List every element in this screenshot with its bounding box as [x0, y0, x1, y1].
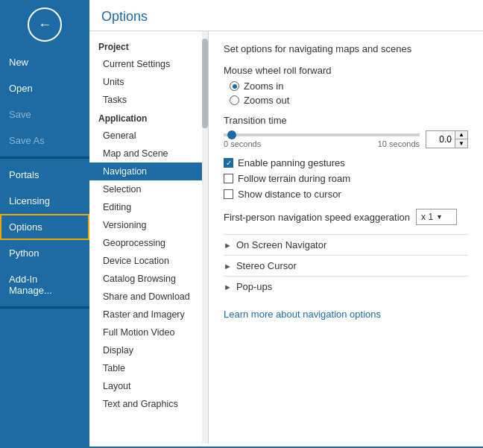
nav-item-raster-and-imagery[interactable]: Raster and Imagery — [89, 306, 208, 324]
settings-panel: Set options for navigating maps and scen… — [209, 31, 483, 444]
zoom-in-radio-item[interactable]: Zooms in — [230, 81, 468, 92]
follow-terrain-label: Follow terrain during roam — [238, 173, 350, 184]
nav-item-share-and-download[interactable]: Share and Download — [89, 288, 208, 306]
first-person-dropdown[interactable]: x 1 ▼ — [416, 209, 457, 225]
content-area: Project Current Settings Units Tasks App… — [89, 31, 483, 444]
nav-item-map-and-scene[interactable]: Map and Scene — [89, 145, 208, 163]
back-button[interactable]: ← — [28, 7, 62, 42]
project-section-title: Project — [89, 37, 208, 55]
enable-panning-checkbox[interactable] — [224, 158, 233, 168]
nav-scrollbar-thumb[interactable] — [202, 39, 208, 128]
zoom-in-radio-circle[interactable] — [230, 81, 239, 91]
nav-item-navigation[interactable]: Navigation — [89, 163, 208, 180]
enable-panning-label: Enable panning gestures — [238, 157, 345, 168]
mouse-wheel-label: Mouse wheel roll forward — [224, 65, 468, 76]
pop-ups-item[interactable]: ► Pop-ups — [224, 276, 468, 297]
nav-item-selection[interactable]: Selection — [89, 180, 208, 198]
nav-item-text-and-graphics[interactable]: Text and Graphics — [89, 395, 208, 413]
nav-scrollbar[interactable] — [202, 31, 208, 444]
sidebar-item-save: Save — [0, 101, 89, 127]
enable-panning-item[interactable]: Enable panning gestures — [224, 157, 468, 168]
show-distance-checkbox[interactable] — [224, 189, 233, 199]
expand-icon-navigator: ► — [224, 241, 232, 250]
settings-description: Set options for navigating maps and scen… — [224, 43, 468, 54]
first-person-value: x 1 — [421, 212, 433, 222]
on-screen-navigator-label: On Screen Navigator — [236, 239, 326, 250]
application-section-title: Application — [89, 109, 208, 127]
follow-terrain-checkbox[interactable] — [224, 174, 233, 183]
follow-terrain-item[interactable]: Follow terrain during roam — [224, 173, 468, 184]
nav-item-layout[interactable]: Layout — [89, 377, 208, 395]
sidebar-item-licensing[interactable]: Licensing — [0, 188, 89, 214]
sidebar-item-open[interactable]: Open — [0, 75, 89, 101]
mouse-wheel-radio-group: Zooms in Zooms out — [230, 81, 468, 106]
spin-box[interactable]: 0.0 ▲ ▼ — [426, 130, 468, 148]
stereo-cursor-item[interactable]: ► Stereo Cursor — [224, 255, 468, 276]
expand-icon-stereo: ► — [224, 262, 232, 271]
back-arrow-icon: ← — [38, 18, 51, 31]
spin-value[interactable]: 0.0 — [426, 131, 455, 148]
spin-up-arrow[interactable]: ▲ — [455, 131, 467, 139]
pop-ups-label: Pop-ups — [236, 281, 272, 292]
sidebar-item-new[interactable]: New — [0, 49, 89, 75]
checkboxes-group: Enable panning gestures Follow terrain d… — [224, 157, 468, 200]
sidebar-menu: New Open Save Save As Portals Licensing … — [0, 49, 89, 312]
sidebar-item-save-as: Save As — [0, 127, 89, 154]
learn-more-link[interactable]: Learn more about navigation options — [224, 309, 381, 320]
nav-item-general[interactable]: General — [89, 127, 208, 145]
slider-track[interactable] — [224, 133, 420, 136]
slider-min-label: 0 seconds — [224, 139, 261, 148]
main-area: Options Project Current Settings Units T… — [89, 0, 483, 448]
nav-item-display[interactable]: Display — [89, 341, 208, 359]
nav-item-versioning[interactable]: Versioning — [89, 216, 208, 234]
zoom-out-radio-item[interactable]: Zooms out — [230, 95, 468, 106]
zoom-out-radio-circle[interactable] — [230, 95, 239, 105]
show-distance-item[interactable]: Show distance to cursor — [224, 189, 468, 200]
sidebar-item-portals[interactable]: Portals — [0, 162, 89, 188]
slider-area: 0 seconds 10 seconds — [224, 130, 420, 148]
mouse-wheel-group: Mouse wheel roll forward Zooms in Zooms … — [224, 65, 468, 106]
nav-item-tasks[interactable]: Tasks — [89, 91, 208, 109]
stereo-cursor-label: Stereo Cursor — [236, 260, 297, 271]
dropdown-arrow-icon: ▼ — [436, 213, 443, 221]
show-distance-label: Show distance to cursor — [238, 189, 341, 200]
sidebar-divider-2 — [0, 306, 89, 309]
sidebar-item-python[interactable]: Python — [0, 240, 89, 266]
app-container: ← New Open Save Save As Portals Licensin… — [0, 0, 483, 448]
sidebar-divider-1 — [0, 157, 89, 159]
nav-item-units[interactable]: Units — [89, 73, 208, 91]
nav-panel: Project Current Settings Units Tasks App… — [89, 31, 209, 444]
slider-max-label: 10 seconds — [378, 139, 420, 148]
on-screen-navigator-item[interactable]: ► On Screen Navigator — [224, 234, 468, 255]
zoom-out-label: Zooms out — [244, 95, 289, 106]
first-person-label: First-person navigation speed exaggerati… — [224, 212, 410, 223]
nav-item-device-location[interactable]: Device Location — [89, 252, 208, 270]
transition-row: 0 seconds 10 seconds 0.0 ▲ ▼ — [224, 130, 468, 148]
spin-down-arrow[interactable]: ▼ — [455, 139, 467, 148]
sidebar-item-addin[interactable]: Add-In Manage... — [0, 266, 89, 303]
nav-item-current-settings[interactable]: Current Settings — [89, 55, 208, 73]
first-person-row: First-person navigation speed exaggerati… — [224, 209, 468, 225]
nav-item-editing[interactable]: Editing — [89, 198, 208, 216]
nav-item-full-motion-video[interactable]: Full Motion Video — [89, 324, 208, 341]
spin-arrows: ▲ ▼ — [455, 131, 467, 148]
learn-more-section: Learn more about navigation options — [224, 309, 468, 320]
slider-labels: 0 seconds 10 seconds — [224, 139, 420, 148]
nav-item-catalog-browsing[interactable]: Catalog Browsing — [89, 270, 208, 288]
sidebar-item-options[interactable]: Options — [0, 214, 89, 240]
transition-time-label: Transition time — [224, 115, 468, 126]
expand-icon-popups: ► — [224, 283, 232, 291]
nav-item-geoprocessing[interactable]: Geoprocessing — [89, 234, 208, 252]
sidebar: ← New Open Save Save As Portals Licensin… — [0, 0, 89, 448]
options-title: Options — [89, 0, 483, 31]
nav-item-table[interactable]: Table — [89, 359, 208, 377]
zoom-in-label: Zooms in — [244, 81, 283, 92]
slider-thumb[interactable] — [227, 130, 236, 139]
transition-time-group: Transition time 0 seconds 10 seconds — [224, 115, 468, 148]
